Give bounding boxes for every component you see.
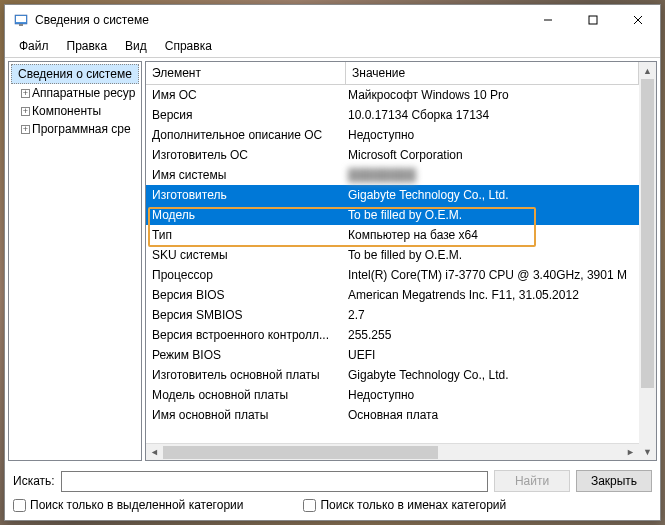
detail-value: 2.7 xyxy=(346,306,639,324)
plus-icon[interactable]: + xyxy=(21,89,30,98)
detail-value: To be filled by O.E.M. xyxy=(346,206,639,224)
detail-value: 10.0.17134 Сборка 17134 xyxy=(346,106,639,124)
tree-item-label: Аппаратные ресур xyxy=(32,86,135,100)
maximize-button[interactable] xyxy=(570,5,615,35)
check-selected-category-box[interactable] xyxy=(13,499,26,512)
detail-row[interactable]: SKU системыTo be filled by O.E.M. xyxy=(146,245,639,265)
tree-pane[interactable]: Сведения о системе +Аппаратные ресур+Ком… xyxy=(8,61,142,461)
close-button[interactable] xyxy=(615,5,660,35)
find-button[interactable]: Найти xyxy=(494,470,570,492)
menu-help[interactable]: Справка xyxy=(157,37,220,55)
titlebar[interactable]: Сведения о системе xyxy=(5,5,660,35)
app-icon xyxy=(13,12,29,28)
tree-item-label: Компоненты xyxy=(32,104,101,118)
tree-item[interactable]: +Аппаратные ресур xyxy=(9,84,141,102)
detail-value: Майкрософт Windows 10 Pro xyxy=(346,86,639,104)
detail-key: Версия SMBIOS xyxy=(146,306,346,324)
detail-body[interactable]: Имя ОСМайкрософт Windows 10 ProВерсия10.… xyxy=(146,85,639,443)
detail-row[interactable]: МодельTo be filled by O.E.M. xyxy=(146,205,639,225)
detail-pane: Элемент Значение Имя ОСМайкрософт Window… xyxy=(145,61,657,461)
detail-row[interactable]: ИзготовительGigabyte Technology Co., Ltd… xyxy=(146,185,639,205)
detail-row[interactable]: Версия10.0.17134 Сборка 17134 xyxy=(146,105,639,125)
detail-value: Gigabyte Technology Co., Ltd. xyxy=(346,186,639,204)
tree-item-label: Программная сре xyxy=(32,122,131,136)
check-category-names-box[interactable] xyxy=(303,499,316,512)
detail-row[interactable]: ТипКомпьютер на базе x64 xyxy=(146,225,639,245)
detail-row[interactable]: Имя основной платыОсновная плата xyxy=(146,405,639,425)
detail-row[interactable]: Имя ОСМайкрософт Windows 10 Pro xyxy=(146,85,639,105)
detail-value: American Megatrends Inc. F11, 31.05.2012 xyxy=(346,286,639,304)
detail-row[interactable]: Версия BIOSAmerican Megatrends Inc. F11,… xyxy=(146,285,639,305)
svg-rect-2 xyxy=(19,24,23,26)
scroll-down-icon[interactable]: ▼ xyxy=(639,443,656,460)
detail-key: Имя ОС xyxy=(146,86,346,104)
detail-row[interactable]: ПроцессорIntel(R) Core(TM) i7-3770 CPU @… xyxy=(146,265,639,285)
detail-key: Режим BIOS xyxy=(146,346,346,364)
detail-key: Дополнительное описание ОС xyxy=(146,126,346,144)
detail-key: Версия xyxy=(146,106,346,124)
menu-file[interactable]: Файл xyxy=(11,37,57,55)
check-selected-category-label: Поиск только в выделенной категории xyxy=(30,498,243,512)
menubar: Файл Правка Вид Справка xyxy=(5,35,660,58)
vscroll-thumb[interactable] xyxy=(641,79,654,388)
detail-value: ████████ xyxy=(346,166,639,184)
plus-icon[interactable]: + xyxy=(21,125,30,134)
detail-key: Изготовитель основной платы xyxy=(146,366,346,384)
column-element[interactable]: Элемент xyxy=(146,62,346,84)
check-selected-category[interactable]: Поиск только в выделенной категории xyxy=(13,498,243,512)
detail-row[interactable]: Версия SMBIOS2.7 xyxy=(146,305,639,325)
detail-value: Intel(R) Core(TM) i7-3770 CPU @ 3.40GHz,… xyxy=(346,266,639,284)
detail-value: Gigabyte Technology Co., Ltd. xyxy=(346,366,639,384)
tree-root[interactable]: Сведения о системе xyxy=(11,64,139,84)
search-label: Искать: xyxy=(13,474,55,488)
svg-rect-4 xyxy=(589,16,597,24)
scroll-right-icon[interactable]: ► xyxy=(622,444,639,461)
detail-key: Тип xyxy=(146,226,346,244)
window-title: Сведения о системе xyxy=(35,13,525,27)
detail-value: UEFI xyxy=(346,346,639,364)
scroll-left-icon[interactable]: ◄ xyxy=(146,444,163,461)
detail-key: Имя основной платы xyxy=(146,406,346,424)
detail-value: Недоступно xyxy=(346,126,639,144)
check-category-names[interactable]: Поиск только в именах категорий xyxy=(303,498,506,512)
content-area: Сведения о системе +Аппаратные ресур+Ком… xyxy=(5,58,660,464)
detail-key: Модель xyxy=(146,206,346,224)
scroll-up-icon[interactable]: ▲ xyxy=(639,62,656,79)
check-category-names-label: Поиск только в именах категорий xyxy=(320,498,506,512)
plus-icon[interactable]: + xyxy=(21,107,30,116)
detail-row[interactable]: Изготовитель ОСMicrosoft Corporation xyxy=(146,145,639,165)
bottom-panel: Искать: Найти Закрыть Поиск только в выд… xyxy=(5,464,660,520)
menu-edit[interactable]: Правка xyxy=(59,37,116,55)
detail-row[interactable]: Дополнительное описание ОСНедоступно xyxy=(146,125,639,145)
detail-key: Модель основной платы xyxy=(146,386,346,404)
tree-item[interactable]: +Программная сре xyxy=(9,120,141,138)
hscroll-thumb[interactable] xyxy=(163,446,438,459)
detail-key: Процессор xyxy=(146,266,346,284)
detail-row[interactable]: Модель основной платыНедоступно xyxy=(146,385,639,405)
detail-key: Версия BIOS xyxy=(146,286,346,304)
column-value[interactable]: Значение xyxy=(346,62,639,84)
tree-item[interactable]: +Компоненты xyxy=(9,102,141,120)
search-input[interactable] xyxy=(61,471,488,492)
detail-value: Недоступно xyxy=(346,386,639,404)
menu-view[interactable]: Вид xyxy=(117,37,155,55)
detail-key: Изготовитель xyxy=(146,186,346,204)
detail-row[interactable]: Изготовитель основной платыGigabyte Tech… xyxy=(146,365,639,385)
system-info-window: Сведения о системе Файл Правка Вид Справ… xyxy=(4,4,661,521)
horizontal-scrollbar[interactable]: ◄ ► xyxy=(146,443,639,460)
detail-value: Компьютер на базе x64 xyxy=(346,226,639,244)
minimize-button[interactable] xyxy=(525,5,570,35)
detail-value: Основная плата xyxy=(346,406,639,424)
tree-root-label: Сведения о системе xyxy=(18,67,132,81)
detail-row[interactable]: Имя системы████████ xyxy=(146,165,639,185)
vertical-scrollbar[interactable]: ▲ ▼ xyxy=(639,62,656,460)
detail-key: Изготовитель ОС xyxy=(146,146,346,164)
detail-row[interactable]: Версия встроенного контролл...255.255 xyxy=(146,325,639,345)
detail-key: Версия встроенного контролл... xyxy=(146,326,346,344)
close-search-button[interactable]: Закрыть xyxy=(576,470,652,492)
detail-key: SKU системы xyxy=(146,246,346,264)
detail-value: Microsoft Corporation xyxy=(346,146,639,164)
detail-header: Элемент Значение xyxy=(146,62,639,85)
detail-value: To be filled by O.E.M. xyxy=(346,246,639,264)
detail-row[interactable]: Режим BIOSUEFI xyxy=(146,345,639,365)
